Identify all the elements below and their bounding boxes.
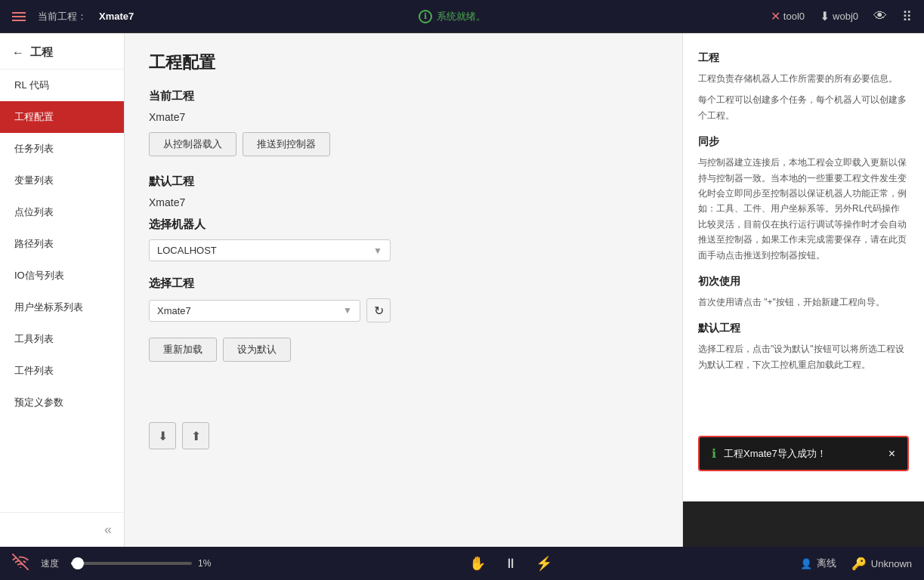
right-default-project-title: 默认工程	[698, 322, 909, 335]
eye-button[interactable]: 👁	[873, 8, 887, 24]
grid-button[interactable]: ⠿	[902, 8, 912, 25]
topbar-center: ℹ 系统就绪。	[146, 10, 759, 23]
pause-icon[interactable]: ⏸	[504, 556, 518, 572]
topbar: 当前工程： Xmate7 ℹ 系统就绪。 ✕ tool0 ⬇ wobj0 👁 ⠿	[0, 0, 924, 33]
select-project-section: 选择工程 Xmate7 ▼ ↻	[149, 276, 658, 322]
from-controller-button[interactable]: 从控制器载入	[149, 132, 236, 156]
sidebar-item-predefined-params[interactable]: 预定义参数	[0, 387, 124, 418]
sidebar-collapse-button[interactable]: «	[0, 512, 124, 547]
status-text: 系统就绪。	[437, 10, 486, 23]
notification-text: 工程Xmate7导入成功！	[724, 447, 881, 461]
right-project-text2: 每个工程可以创建多个任务，每个机器人可以创建多个工程。	[698, 92, 909, 123]
right-panel-dark-bottom	[683, 501, 924, 547]
notification-icon: ℹ	[712, 446, 716, 461]
push-controller-button[interactable]: 推送到控制器	[243, 132, 330, 156]
status-icon: ℹ	[419, 10, 432, 23]
project-select-row: Xmate7 ▼ ↻	[149, 298, 658, 322]
robot-dropdown-arrow: ▼	[373, 245, 382, 256]
project-value: Xmate7	[157, 305, 191, 316]
current-project-section-title: 当前工程	[149, 89, 658, 103]
right-sync-text: 与控制器建立连接后，本地工程会立即载入更新以保持与控制器一致。当本地的一些重要工…	[698, 155, 909, 263]
reload-button[interactable]: 重新加载	[149, 338, 217, 362]
set-default-button[interactable]: 设为默认	[223, 338, 291, 362]
hand-icon[interactable]: ✋	[469, 555, 486, 572]
robot-value: LOCALHOST	[157, 245, 217, 256]
sidebar-item-point-list[interactable]: 点位列表	[0, 196, 124, 228]
right-project-title: 工程	[698, 51, 909, 65]
right-sync-title: 同步	[698, 135, 909, 149]
default-project-section-title: 默认工程	[149, 174, 658, 189]
sidebar-header: ← 工程	[0, 33, 124, 69]
refresh-button[interactable]: ↻	[366, 298, 391, 322]
select-project-title: 选择工程	[149, 276, 658, 291]
sidebar-item-variable-list[interactable]: 变量列表	[0, 165, 124, 196]
right-first-use-text: 首次使用请点击 "+"按钮，开始新建工程向导。	[698, 295, 909, 310]
sidebar-item-tool-list[interactable]: 工具列表	[0, 323, 124, 355]
notification-popup: ℹ 工程Xmate7导入成功！ ×	[698, 436, 909, 471]
topbar-right: ✕ tool0 ⬇ wobj0 👁 ⠿	[771, 8, 912, 25]
offline-label: 离线	[817, 557, 836, 570]
sidebar-back-icon[interactable]: ←	[12, 46, 24, 60]
project-dropdown[interactable]: Xmate7 ▼	[149, 300, 360, 322]
main-layout: ← 工程 RL 代码 工程配置 任务列表 变量列表 点位列表 路径列表 IO信号…	[0, 33, 924, 547]
default-project-name: Xmate7	[149, 196, 658, 208]
content-area: 工程配置 当前工程 Xmate7 从控制器载入 推送到控制器 默认工程 Xmat…	[125, 33, 682, 547]
bottombar-center: ✋ ⏸ ⚡	[234, 555, 788, 572]
offline-user-icon: 👤	[800, 558, 812, 569]
sidebar-item-io-list[interactable]: IO信号列表	[0, 260, 124, 292]
sidebar-item-project-config[interactable]: 工程配置	[0, 101, 124, 133]
sidebar-item-coord-list[interactable]: 用户坐标系列表	[0, 292, 124, 323]
project-dropdown-arrow: ▼	[343, 305, 352, 316]
bottom-icon-row: ⬇ ⬆	[149, 422, 658, 449]
wobj-label: wobj0	[833, 11, 858, 22]
action-btn-row: 重新加载 设为默认	[149, 338, 658, 362]
speed-percent: 1%	[198, 558, 211, 569]
tool-label: tool0	[783, 11, 805, 22]
key-icon: 🔑	[851, 557, 867, 571]
wifi-off-icon	[12, 554, 29, 574]
sidebar-item-path-list[interactable]: 路径列表	[0, 228, 124, 260]
bottombar: 速度 1% ✋ ⏸ ⚡ 👤 离线 🔑 Unknown	[0, 547, 924, 580]
flash-icon[interactable]: ⚡	[536, 555, 552, 572]
unknown-badge: 🔑 Unknown	[851, 557, 912, 571]
topbar-project-name: Xmate7	[99, 11, 134, 22]
wobj-icon: ⬇	[820, 9, 830, 23]
sidebar: ← 工程 RL 代码 工程配置 任务列表 变量列表 点位列表 路径列表 IO信号…	[0, 33, 125, 547]
tool-indicator: ✕ tool0	[771, 9, 805, 23]
right-panel: 工程 工程负责存储机器人工作所需要的所有必要信息。 每个工程可以创建多个任务，每…	[682, 33, 924, 547]
right-default-project-text: 选择工程后，点击"设为默认"按钮可以将所选工程设为默认工程，下次工控机重启加载此…	[698, 341, 909, 372]
unknown-label: Unknown	[871, 558, 912, 569]
controller-btn-row: 从控制器载入 推送到控制器	[149, 132, 658, 156]
wobj-indicator: ⬇ wobj0	[820, 9, 858, 23]
robot-dropdown[interactable]: LOCALHOST ▼	[149, 239, 391, 261]
project-prefix-label: 当前工程：	[38, 10, 87, 23]
sidebar-item-task-list[interactable]: 任务列表	[0, 133, 124, 165]
speed-label: 速度	[41, 557, 59, 570]
select-robot-section: 选择机器人 LOCALHOST ▼	[149, 218, 658, 261]
bottombar-right: 👤 离线 🔑 Unknown	[800, 557, 912, 571]
page-title: 工程配置	[149, 51, 658, 74]
offline-badge: 👤 离线	[800, 557, 836, 570]
menu-icon[interactable]	[12, 12, 26, 21]
right-first-use-title: 初次使用	[698, 275, 909, 288]
select-robot-title: 选择机器人	[149, 218, 658, 232]
current-project-name: Xmate7	[149, 111, 658, 123]
download-button[interactable]: ⬇	[149, 422, 176, 449]
sidebar-header-title: 工程	[30, 45, 53, 60]
tool-icon: ✕	[771, 9, 780, 23]
right-project-text1: 工程负责存储机器人工作所需要的所有必要信息。	[698, 71, 909, 86]
sidebar-item-rl-code[interactable]: RL 代码	[0, 69, 124, 101]
speed-slider-container: 1%	[71, 558, 222, 569]
notification-close-button[interactable]: ×	[888, 447, 895, 461]
upload-button[interactable]: ⬆	[182, 422, 209, 449]
sidebar-item-workpiece-list[interactable]: 工件列表	[0, 355, 124, 387]
speed-slider[interactable]	[71, 562, 192, 565]
